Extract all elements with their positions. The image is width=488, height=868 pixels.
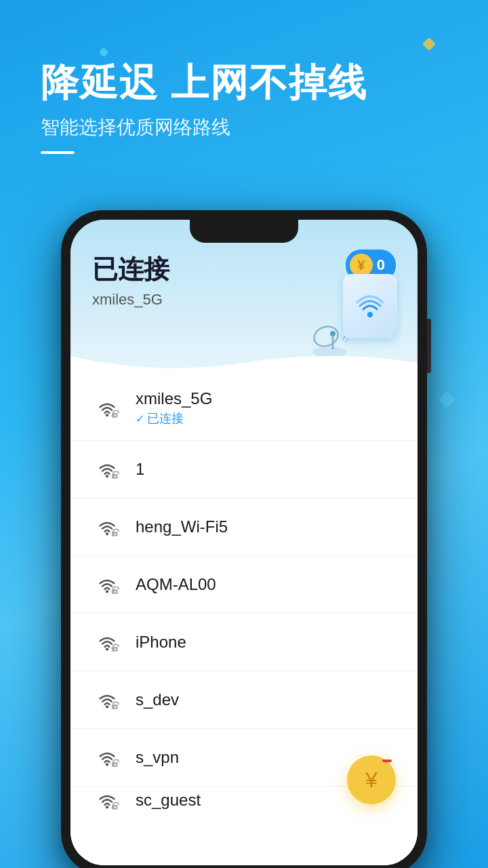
phone-outer: ¥ 0 已连接 xmiles_5G [61, 210, 427, 868]
svg-rect-28 [115, 807, 117, 808]
svg-point-4 [367, 312, 373, 317]
app-content: ¥ 0 已连接 xmiles_5G [70, 220, 418, 865]
phone-side-button [427, 319, 431, 373]
phone-screen: ¥ 0 已连接 xmiles_5G [70, 220, 418, 865]
svg-point-14 [106, 590, 108, 593]
wifi-icon-wrap [92, 787, 122, 814]
svg-point-11 [106, 532, 108, 535]
network-item[interactable]: heng_Wi-Fi5 [70, 498, 418, 556]
network-item[interactable]: xmiles_5G ✓ 已连接 [70, 376, 418, 441]
header-title: 降延迟 上网不掉线 [41, 60, 367, 105]
wifi-icon [94, 395, 120, 421]
wifi-icon [94, 572, 120, 597]
wifi-icon [94, 745, 120, 770]
network-info: xmiles_5G ✓ 已连接 [136, 389, 396, 427]
network-info: heng_Wi-Fi5 [136, 517, 396, 536]
wifi-icon [94, 787, 120, 813]
network-connected-label: ✓ 已连接 [136, 410, 396, 427]
wifi-icon-wrap [92, 685, 122, 715]
svg-rect-7 [115, 414, 117, 416]
svg-point-2 [311, 323, 340, 350]
network-ssid: heng_Wi-Fi5 [136, 517, 396, 536]
float-coin-button[interactable]: ¥ [347, 755, 396, 804]
network-ssid: xmiles_5G [136, 389, 396, 408]
header-underline [41, 151, 75, 154]
header-section: 降延迟 上网不掉线 智能选择优质网络路线 [41, 60, 367, 154]
phone-device-illustration [343, 274, 397, 338]
wifi-icon-wrap [92, 743, 122, 772]
phone-notch [190, 220, 298, 243]
phone-mockup: ¥ 0 已连接 xmiles_5G [61, 210, 427, 868]
wifi-icon [94, 456, 120, 482]
network-item[interactable]: AQM-AL00 [70, 556, 418, 614]
svg-point-26 [106, 806, 108, 808]
coin-icon: ¥ [350, 254, 373, 277]
coin-badge-indicator [382, 760, 392, 762]
network-ssid: s_dev [136, 690, 396, 709]
svg-rect-19 [115, 649, 117, 650]
checkmark-icon: ✓ [136, 412, 144, 425]
wifi-icon-wrap [92, 627, 122, 657]
svg-point-17 [106, 648, 108, 650]
network-ssid: 1 [136, 460, 396, 479]
network-info: 1 [136, 460, 396, 479]
network-info: AQM-AL00 [136, 575, 396, 594]
wifi-icon-wrap [92, 393, 122, 423]
network-info: s_dev [136, 690, 396, 709]
network-item[interactable]: 1 [70, 441, 418, 498]
svg-point-20 [106, 705, 108, 708]
svg-rect-16 [115, 591, 117, 593]
svg-rect-13 [115, 534, 117, 535]
network-item[interactable]: iPhone [70, 614, 418, 671]
wifi-icon [94, 629, 120, 655]
svg-point-8 [106, 475, 108, 477]
wave-divider [70, 349, 418, 376]
network-ssid: iPhone [136, 633, 396, 652]
svg-point-5 [106, 414, 108, 416]
wifi-icon-wrap [92, 454, 122, 484]
header-subtitle: 智能选择优质网络路线 [41, 115, 367, 140]
wifi-icon-wrap [92, 570, 122, 599]
connected-section: ¥ 0 已连接 xmiles_5G [70, 220, 418, 376]
network-item[interactable]: s_dev [70, 671, 418, 729]
wifi-icon [94, 514, 120, 540]
wifi-icon [94, 687, 120, 713]
coin-count: 0 [377, 256, 385, 274]
svg-rect-22 [115, 707, 117, 708]
svg-point-3 [330, 331, 336, 336]
network-ssid: AQM-AL00 [136, 575, 396, 594]
svg-rect-10 [115, 476, 117, 477]
svg-point-23 [106, 763, 108, 766]
network-info: iPhone [136, 633, 396, 652]
svg-rect-25 [115, 764, 117, 766]
float-coin-icon: ¥ [365, 768, 378, 793]
wifi-icon-wrap [92, 512, 122, 542]
wifi-signal-illustration [353, 288, 387, 325]
